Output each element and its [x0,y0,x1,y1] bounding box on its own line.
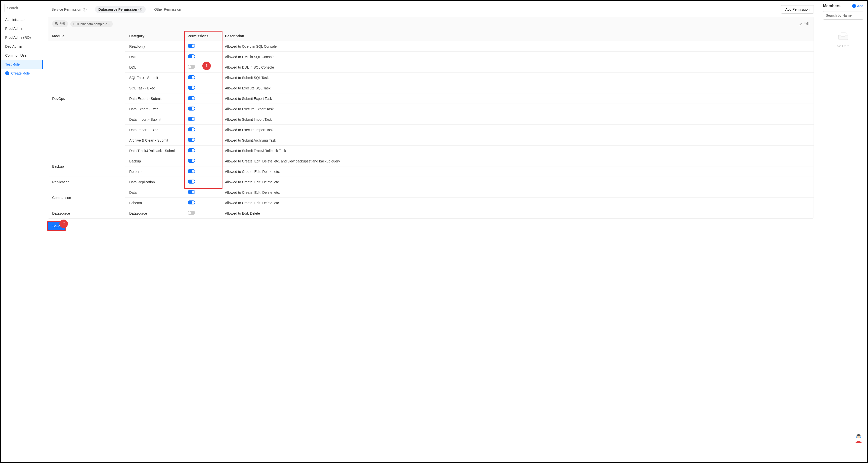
permission-toggle[interactable] [188,65,195,69]
permission-toggle[interactable] [188,127,195,131]
sidebar-item-role[interactable]: Dev Admin [1,42,43,51]
edit-icon [799,22,802,26]
cell-description: Allowed to Create, Edit, Delete, etc. an… [221,156,813,166]
permission-toggle[interactable] [188,200,195,204]
permission-toggle[interactable] [188,179,195,184]
tab-service-permission[interactable]: Service Permission? [48,6,90,13]
save-button[interactable]: Save [48,222,65,230]
table-row: Archive & Clean - SubmitAllowed to Submi… [48,135,813,145]
members-panel: Members + Add No Data [819,1,867,462]
help-icon: ? [138,8,142,11]
cell-description: Allowed to DDL in SQL Console [221,62,813,72]
plus-icon: + [5,71,9,75]
cell-description: Allowed to DML in SQL Console [221,52,813,62]
role-search [4,4,39,12]
add-permission-button[interactable]: Add Permission [781,5,814,14]
table-row: DMLAllowed to DML in SQL Console [48,52,813,62]
support-avatar-button[interactable] [854,433,864,443]
cell-permission [184,41,221,52]
cell-permission [184,104,221,114]
permission-toggle[interactable] [188,159,195,163]
table-row: DatasourceDatasourceAllowed to Edit, Del… [48,208,813,219]
table-row: DevOpsRead-onlyAllowed to Query in SQL C… [48,41,813,52]
role-list: AdministratorProd AdminProd Admin(RO)Dev… [1,15,43,69]
sidebar-item-role[interactable]: Prod Admin(RO) [1,33,43,42]
permission-toggle[interactable] [188,86,195,90]
svg-rect-5 [856,436,857,438]
cell-description: Allowed to Submit SQL Task [221,72,813,83]
add-member-button[interactable]: + Add [852,4,863,8]
chip-datasource-type[interactable]: 数据源 [52,20,68,27]
tab-datasource-permission[interactable]: Datasource Permission? [95,6,146,13]
table-row: Data Import - SubmitAllowed to Submit Im… [48,114,813,125]
cell-permission [184,114,221,125]
cell-permission [184,145,221,156]
main: Service Permission?Datasource Permission… [43,1,819,462]
permission-toggle[interactable] [188,117,195,121]
permission-toggle[interactable] [188,138,195,142]
sidebar-item-role[interactable]: Prod Admin [1,24,43,33]
create-role-button[interactable]: + Create Role [1,69,43,78]
permission-toggle[interactable] [188,75,195,79]
cell-permission [184,156,221,166]
table-row: Data Track&Rollback - SubmitAllowed to S… [48,145,813,156]
edit-button[interactable]: Edit [799,22,810,26]
member-search-input[interactable] [823,11,863,20]
cell-permission [184,208,221,219]
th-permissions: Permissions [184,31,221,41]
breadcrumb-chips: 数据源 › 01-ninedata-sample-d... [52,20,113,27]
permission-toggle[interactable] [188,44,195,48]
sidebar-item-role[interactable]: Test Role [1,60,43,69]
chip-datasource-name[interactable]: › 01-ninedata-sample-d... [70,21,113,27]
cell-category: Data Import - Exec [125,125,184,135]
table-row: SchemaAllowed to Create, Edit, Delete, e… [48,198,813,208]
th-module: Module [48,31,125,41]
table-row: SQL Task - ExecAllowed to Execute SQL Ta… [48,83,813,93]
cell-permission [184,135,221,145]
sidebar: AdministratorProd AdminProd Admin(RO)Dev… [1,1,43,462]
no-data-label: No Data [837,44,849,48]
cell-description: Allowed to Edit, Delete [221,208,813,219]
permission-toggle[interactable] [188,55,195,58]
cell-category: Data Export - Submit [125,93,184,104]
permission-toggle[interactable] [188,96,195,100]
chevron-right-icon: › [73,22,74,26]
cell-description: Allowed to Submit Track&Rollback Task [221,145,813,156]
permission-toggle[interactable] [188,169,195,173]
cell-category: Backup [125,156,184,166]
role-search-input[interactable] [4,4,39,12]
cell-module: Replication [48,177,125,187]
table-row: Data Export - ExecAllowed to Execute Exp… [48,104,813,114]
cell-permission [184,93,221,104]
table-row: ReplicationData ReplicationAllowed to Cr… [48,177,813,187]
th-description: Description [221,31,813,41]
table-row: Data Import - ExecAllowed to Execute Imp… [48,125,813,135]
tab-label: Other Permission [154,7,181,11]
cell-category: Restore [125,166,184,177]
table-row: DDLAllowed to DDL in SQL Console [48,62,813,72]
cell-category: Data Import - Submit [125,114,184,125]
cell-permission [184,177,221,187]
sidebar-item-role[interactable]: Common User [1,51,43,60]
permission-toggle[interactable] [188,190,195,194]
cell-category: Data Track&Rollback - Submit [125,145,184,156]
cell-category: SQL Task - Exec [125,83,184,93]
avatar-icon [854,433,864,443]
tab-other-permission[interactable]: Other Permission [151,6,184,13]
sidebar-item-role[interactable]: Administrator [1,15,43,24]
cell-description: Allowed to Submit Import Task [221,114,813,125]
permission-toggle[interactable] [188,148,195,152]
cell-permission [184,198,221,208]
cell-module: Datasource [48,208,125,219]
permission-toggle[interactable] [188,106,195,110]
permission-toggle[interactable] [188,211,195,215]
permission-card: 数据源 › 01-ninedata-sample-d... Edit Modul… [48,16,814,219]
cell-description: Allowed to Execute Export Task [221,104,813,114]
cell-description: Allowed to Submit Archiving Task [221,135,813,145]
cell-permission [184,72,221,83]
cell-category: Data Export - Exec [125,104,184,114]
permission-tabs: Service Permission?Datasource Permission… [48,6,185,13]
help-icon: ? [83,8,87,11]
cell-description: Allowed to Submit Export Task [221,93,813,104]
create-role-label: Create Role [11,71,30,75]
